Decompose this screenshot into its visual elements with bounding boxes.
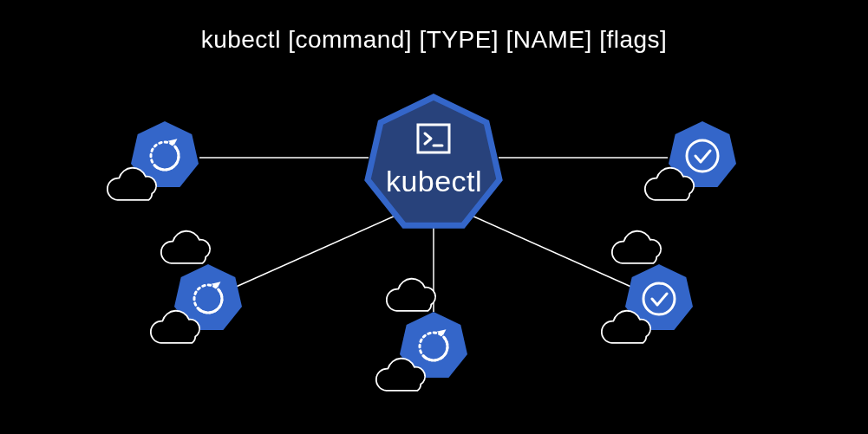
svg-line-12 [470,215,633,288]
node-bottom-mid [376,279,467,391]
center-hub [368,97,499,225]
node-bottom-right [602,231,693,343]
cloud-icon [612,231,661,263]
node-bottom-left [151,231,242,343]
svg-line-10 [234,215,397,288]
diagram-canvas [0,0,868,434]
center-label: kubectl [0,165,868,198]
cloud-icon [161,231,210,263]
cloud-icon [387,279,435,311]
